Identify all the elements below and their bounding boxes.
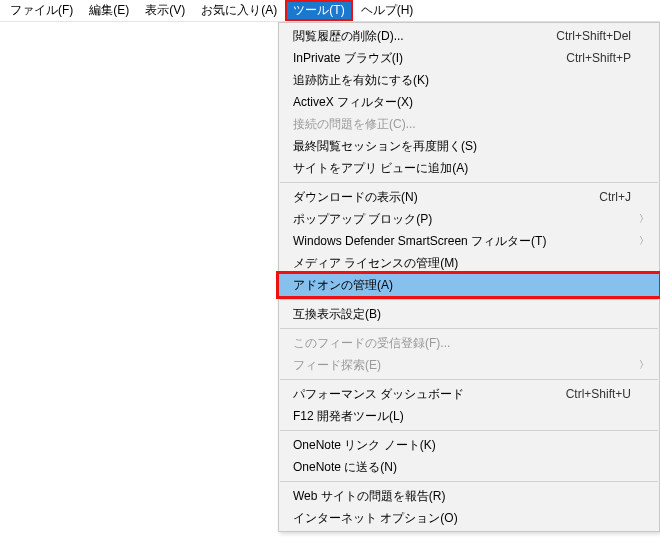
menu-item[interactable]: InPrivate ブラウズ(I)Ctrl+Shift+P — [279, 47, 659, 69]
menubar: ファイル(F) 編集(E) 表示(V) お気に入り(A) ツール(T) ヘルプ(… — [0, 0, 660, 22]
menu-item-label: 最終閲覧セッションを再度開く(S) — [293, 138, 631, 155]
menu-item-shortcut: Ctrl+J — [599, 190, 631, 204]
menu-item-label: ActiveX フィルター(X) — [293, 94, 631, 111]
menu-item[interactable]: サイトをアプリ ビューに追加(A) — [279, 157, 659, 179]
menu-item[interactable]: ダウンロードの表示(N)Ctrl+J — [279, 186, 659, 208]
menu-item-label: ダウンロードの表示(N) — [293, 189, 599, 206]
menu-view[interactable]: 表示(V) — [137, 0, 193, 21]
menu-item-label: InPrivate ブラウズ(I) — [293, 50, 566, 67]
tools-dropdown: 閲覧履歴の削除(D)...Ctrl+Shift+DelInPrivate ブラウ… — [278, 22, 660, 532]
menu-edit[interactable]: 編集(E) — [81, 0, 137, 21]
menu-item: このフィードの受信登録(F)... — [279, 332, 659, 354]
menu-item-label: 追跡防止を有効にする(K) — [293, 72, 631, 89]
menu-item-label: フィード探索(E) — [293, 357, 631, 374]
menu-item-label: OneNote リンク ノート(K) — [293, 437, 631, 454]
menu-file[interactable]: ファイル(F) — [2, 0, 81, 21]
menu-item[interactable]: OneNote に送る(N) — [279, 456, 659, 478]
menu-separator — [280, 299, 658, 300]
menu-item-label: インターネット オプション(O) — [293, 510, 631, 527]
menu-tools[interactable]: ツール(T) — [285, 0, 352, 21]
menu-item[interactable]: 閲覧履歴の削除(D)...Ctrl+Shift+Del — [279, 25, 659, 47]
chevron-right-icon: 〉 — [639, 234, 649, 248]
menu-item-label: F12 開発者ツール(L) — [293, 408, 631, 425]
menu-item-label: サイトをアプリ ビューに追加(A) — [293, 160, 631, 177]
menu-item[interactable]: Web サイトの問題を報告(R) — [279, 485, 659, 507]
menu-item[interactable]: F12 開発者ツール(L) — [279, 405, 659, 427]
menu-item: フィード探索(E)〉 — [279, 354, 659, 376]
menu-item-label: メディア ライセンスの管理(M) — [293, 255, 631, 272]
menu-item-label: ポップアップ ブロック(P) — [293, 211, 631, 228]
menu-favorites[interactable]: お気に入り(A) — [193, 0, 285, 21]
menu-item[interactable]: 最終閲覧セッションを再度開く(S) — [279, 135, 659, 157]
menu-item: 接続の問題を修正(C)... — [279, 113, 659, 135]
menu-separator — [280, 481, 658, 482]
menu-item-label: OneNote に送る(N) — [293, 459, 631, 476]
menu-item[interactable]: ポップアップ ブロック(P)〉 — [279, 208, 659, 230]
menu-item[interactable]: アドオンの管理(A) — [279, 274, 659, 296]
menu-item-label: アドオンの管理(A) — [293, 277, 631, 294]
menu-item[interactable]: Windows Defender SmartScreen フィルター(T)〉 — [279, 230, 659, 252]
chevron-right-icon: 〉 — [639, 212, 649, 226]
menu-item[interactable]: 互換表示設定(B) — [279, 303, 659, 325]
menu-item-label: 接続の問題を修正(C)... — [293, 116, 631, 133]
menu-item-label: 互換表示設定(B) — [293, 306, 631, 323]
menu-separator — [280, 328, 658, 329]
menu-separator — [280, 182, 658, 183]
menu-item-shortcut: Ctrl+Shift+P — [566, 51, 631, 65]
menu-item-label: Web サイトの問題を報告(R) — [293, 488, 631, 505]
menu-item-shortcut: Ctrl+Shift+Del — [556, 29, 631, 43]
chevron-right-icon: 〉 — [639, 358, 649, 372]
menu-item-label: Windows Defender SmartScreen フィルター(T) — [293, 233, 631, 250]
menu-item-label: パフォーマンス ダッシュボード — [293, 386, 566, 403]
menu-item-label: 閲覧履歴の削除(D)... — [293, 28, 556, 45]
menu-item[interactable]: OneNote リンク ノート(K) — [279, 434, 659, 456]
menu-item[interactable]: パフォーマンス ダッシュボードCtrl+Shift+U — [279, 383, 659, 405]
menu-item[interactable]: 追跡防止を有効にする(K) — [279, 69, 659, 91]
menu-item-label: このフィードの受信登録(F)... — [293, 335, 631, 352]
menu-help[interactable]: ヘルプ(H) — [353, 0, 422, 21]
menu-separator — [280, 430, 658, 431]
menu-item[interactable]: インターネット オプション(O) — [279, 507, 659, 529]
menu-item[interactable]: ActiveX フィルター(X) — [279, 91, 659, 113]
menu-item-shortcut: Ctrl+Shift+U — [566, 387, 631, 401]
menu-item[interactable]: メディア ライセンスの管理(M) — [279, 252, 659, 274]
menu-separator — [280, 379, 658, 380]
